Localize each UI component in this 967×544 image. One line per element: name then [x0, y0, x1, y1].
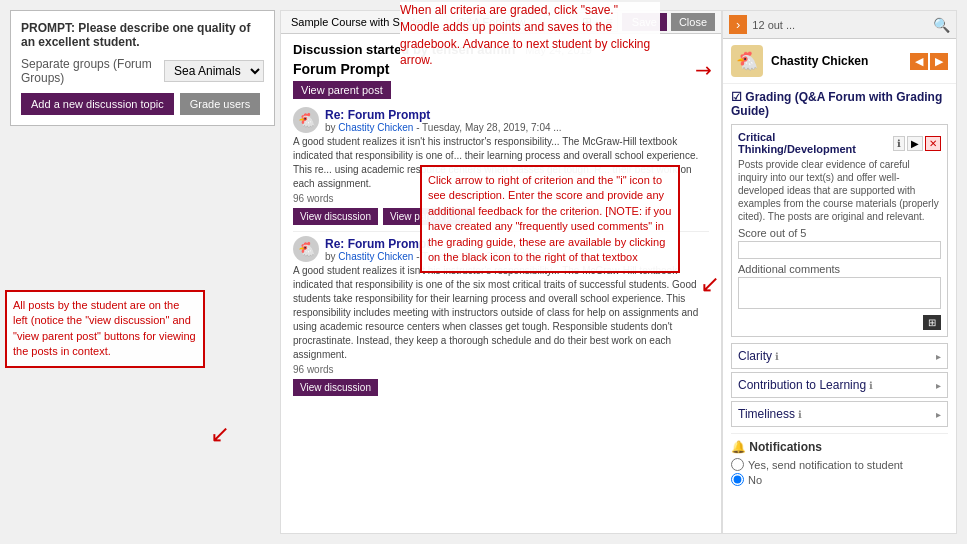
- contribution-label: Contribution to Learning ℹ: [738, 378, 873, 392]
- frequently-used-comments-button[interactable]: ⊞: [923, 315, 941, 330]
- search-icon[interactable]: 🔍: [933, 17, 950, 33]
- annotation-middle: Click arrow to right of criterion and th…: [420, 165, 680, 273]
- comments-textarea[interactable]: [738, 277, 941, 309]
- post-title-1: Re: Forum Prompt: [325, 108, 562, 122]
- timeliness-expand-icon: ▸: [936, 409, 941, 420]
- red-arrow-criterion: ↙: [700, 270, 720, 298]
- add-new-topic-button[interactable]: Add a new discussion topic: [21, 93, 174, 115]
- post-meta-1: by Chastity Chicken - Tuesday, May 28, 2…: [325, 122, 562, 133]
- grade-users-button[interactable]: Grade users: [180, 93, 261, 115]
- timeliness-label: Timeliness ℹ: [738, 407, 802, 421]
- contribution-expand-icon: ▸: [936, 380, 941, 391]
- criterion-block-critical: Critical Thinking/Development ℹ ▶ ✕ Post…: [731, 124, 948, 337]
- prompt-text: PROMPT: Please describe one quality of a…: [21, 21, 264, 49]
- prev-student-button[interactable]: ◀: [910, 53, 928, 70]
- criterion-contribution[interactable]: Contribution to Learning ℹ ▸: [731, 372, 948, 398]
- avatar-1: 🐔: [293, 107, 319, 133]
- student-name: Chastity Chicken: [771, 54, 910, 68]
- annotation-top-right: When all criteria are graded, click "sav…: [400, 2, 660, 69]
- notifications-title: 🔔 Notifications: [731, 440, 948, 454]
- close-button[interactable]: Close: [671, 13, 715, 31]
- page-count: 12 out ...: [752, 19, 933, 31]
- criterion-close-icon[interactable]: ✕: [925, 136, 941, 151]
- student-avatar: 🐔: [731, 45, 763, 77]
- next-student-button[interactable]: ▶: [930, 53, 948, 70]
- criterion-description: Posts provide clear evidence of careful …: [738, 158, 941, 223]
- notify-no-radio[interactable]: [731, 473, 744, 486]
- notify-yes-radio[interactable]: [731, 458, 744, 471]
- score-input[interactable]: [738, 241, 941, 259]
- view-parent-post-button[interactable]: View parent post: [293, 81, 391, 99]
- criterion-info-icon[interactable]: ℹ: [893, 136, 905, 151]
- grading-title: ☑ Grading (Q&A Forum with Grading Guide): [731, 90, 948, 118]
- groups-select[interactable]: Sea Animals: [164, 60, 264, 82]
- view-discussion-button-2[interactable]: View discussion: [293, 379, 378, 396]
- post-text-2: A good student realizes it isn't his ins…: [293, 264, 709, 362]
- annotation-bottom-left: All posts by the student are on the left…: [5, 290, 205, 368]
- score-label: Score out of 5: [738, 227, 941, 239]
- clarity-expand-icon: ▸: [936, 351, 941, 362]
- criterion-expand-icon[interactable]: ▶: [907, 136, 923, 151]
- comments-label: Additional comments: [738, 263, 941, 275]
- view-discussion-button-1[interactable]: View discussion: [293, 208, 378, 225]
- groups-label: Separate groups (Forum Groups): [21, 57, 158, 85]
- word-count-2: 96 words: [293, 364, 709, 375]
- advance-arrow-button[interactable]: ›: [729, 15, 747, 34]
- avatar-2: 🐔: [293, 236, 319, 262]
- notify-no-label: No: [748, 474, 762, 486]
- clarity-label: Clarity ℹ: [738, 349, 779, 363]
- notify-yes-label: Yes, send notification to student: [748, 459, 903, 471]
- criterion-timeliness[interactable]: Timeliness ℹ ▸: [731, 401, 948, 427]
- red-arrow-posts: ↙: [210, 420, 230, 448]
- criterion-name: Critical Thinking/Development: [738, 131, 893, 155]
- criterion-clarity[interactable]: Clarity ℹ ▸: [731, 343, 948, 369]
